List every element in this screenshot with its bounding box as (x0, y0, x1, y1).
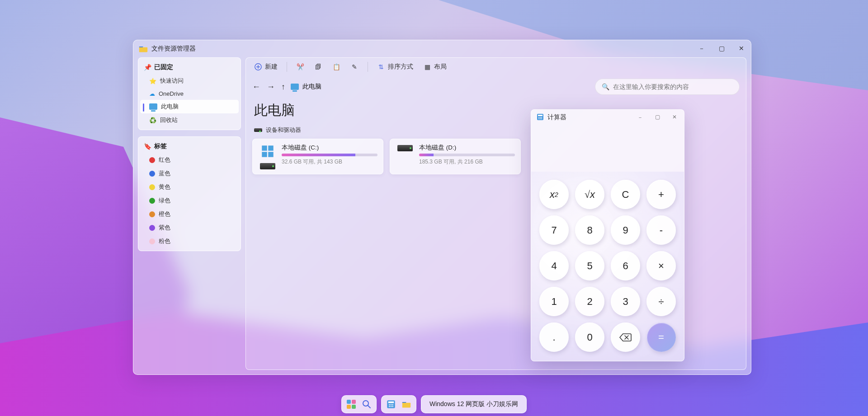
cut-button[interactable]: ✂️ (292, 61, 308, 73)
clipboard-icon: 📋 (332, 63, 340, 71)
calc-key[interactable]: C (611, 180, 640, 209)
calc-key[interactable]: × (646, 251, 676, 280)
drive-name: 本地磁盘 (C:) (282, 144, 377, 152)
svg-rect-16 (352, 405, 356, 409)
tag-label: 橙色 (159, 210, 170, 218)
tag-item[interactable]: 绿色 (140, 194, 239, 207)
calc-titlebar[interactable]: 计算器 － ▢ ✕ (531, 110, 684, 125)
taskbar-search-button[interactable] (360, 397, 373, 411)
sidebar-item-quick-access[interactable]: ⭐ 快速访问 (140, 74, 239, 88)
calc-keypad: x2√xC+789-456×123÷.0= (531, 172, 684, 361)
tag-icon: 🔖 (144, 143, 151, 150)
hdd-icon (260, 163, 275, 169)
calc-key[interactable]: 8 (575, 215, 604, 245)
svg-point-25 (392, 406, 393, 407)
svg-rect-15 (347, 405, 351, 409)
tag-dot-icon (149, 157, 155, 163)
layout-button[interactable]: ▦ 布局 (420, 61, 450, 73)
calc-key[interactable] (611, 323, 640, 352)
calc-key[interactable]: x2 (539, 180, 569, 209)
svg-point-12 (541, 118, 542, 119)
paste-button[interactable]: 📋 (329, 61, 344, 73)
start-button[interactable] (344, 397, 358, 411)
drive-usage-text: 32.6 GB 可用, 共 143 GB (282, 158, 377, 166)
tag-item[interactable]: 紫色 (140, 221, 239, 234)
calc-key[interactable]: = (646, 323, 676, 352)
taskbar-text-group[interactable]: Windows 12 网页版 小刀娱乐网 (421, 395, 527, 413)
calc-key[interactable]: 1 (539, 287, 569, 316)
forward-button[interactable]: → (267, 82, 275, 92)
drive-icon-col (396, 144, 415, 169)
copy-icon: 🗐 (314, 63, 322, 71)
calc-key[interactable]: ÷ (646, 287, 676, 316)
layout-label: 布局 (434, 63, 447, 71)
breadcrumb-label: 此电脑 (302, 83, 321, 91)
calc-key[interactable]: 2 (575, 287, 604, 316)
calc-key[interactable]: 6 (611, 251, 640, 280)
rename-icon: ✎ (350, 63, 359, 71)
calc-key[interactable]: 3 (611, 287, 640, 316)
tags-header: 🔖 标签 (140, 140, 239, 153)
separator (368, 62, 368, 72)
calc-key[interactable]: 7 (539, 215, 569, 245)
tag-item[interactable]: 橙色 (140, 207, 239, 221)
task-calculator[interactable] (384, 397, 398, 411)
tag-item[interactable]: 粉色 (140, 234, 239, 248)
sidebar-item-recycle-bin[interactable]: ♻️ 回收站 (140, 113, 239, 127)
search-box[interactable]: 🔍 (595, 79, 740, 95)
calc-minimize-button[interactable]: － (636, 114, 644, 122)
calc-close-button[interactable]: ✕ (670, 114, 679, 122)
recycle-icon: ♻️ (149, 117, 156, 124)
pinned-label: 已固定 (154, 63, 173, 71)
sidebar-item-label: 此电脑 (161, 103, 179, 111)
drive-name: 本地磁盘 (D:) (419, 144, 515, 152)
calc-key[interactable]: √x (575, 180, 604, 209)
calc-key[interactable]: 9 (611, 215, 640, 245)
sidebar-item-this-pc[interactable]: 此电脑 (140, 100, 239, 113)
tag-dot-icon (149, 238, 155, 244)
tag-item[interactable]: 蓝色 (140, 167, 239, 180)
tag-item[interactable]: 红色 (140, 153, 239, 167)
svg-point-21 (391, 404, 392, 406)
svg-rect-14 (352, 400, 356, 404)
rename-button[interactable]: ✎ (347, 61, 362, 73)
svg-rect-19 (388, 402, 394, 403)
search-input[interactable] (613, 83, 733, 90)
calc-key[interactable]: 4 (539, 251, 569, 280)
drive-card[interactable]: 本地磁盘 (D:) 185.3 GB 可用, 共 216 GB (390, 139, 521, 174)
svg-point-20 (389, 404, 390, 406)
calc-key[interactable]: . (539, 323, 569, 352)
hdd-icon (397, 145, 413, 151)
new-button[interactable]: 新建 (250, 61, 281, 73)
explorer-title: 文件资源管理器 (151, 45, 196, 53)
minimize-button[interactable]: － (698, 45, 706, 53)
tag-label: 绿色 (159, 196, 170, 205)
tag-dot-icon (149, 225, 155, 231)
calc-key[interactable]: + (646, 180, 676, 209)
svg-rect-2 (268, 145, 273, 150)
tag-dot-icon (149, 198, 155, 204)
explorer-titlebar[interactable]: 文件资源管理器 － ▢ ✕ (133, 40, 751, 57)
back-button[interactable]: ← (252, 82, 260, 92)
maximize-button[interactable]: ▢ (717, 45, 726, 53)
drive-card[interactable]: 本地磁盘 (C:) 32.6 GB 可用, 共 143 GB (252, 139, 383, 174)
close-button[interactable]: ✕ (737, 45, 745, 53)
up-button[interactable]: ↑ (281, 82, 285, 92)
task-explorer[interactable] (400, 397, 413, 411)
new-label: 新建 (265, 63, 278, 71)
breadcrumb[interactable]: 此电脑 (291, 83, 590, 91)
calc-key[interactable]: - (646, 215, 676, 245)
tag-dot-icon (149, 184, 155, 190)
svg-point-9 (541, 117, 542, 118)
copy-button[interactable]: 🗐 (311, 61, 326, 73)
sort-button[interactable]: ⇅ 排序方式 (373, 61, 417, 73)
sidebar-item-onedrive[interactable]: ☁ OneDrive (140, 88, 239, 100)
sidebar-item-label: 快速访问 (160, 77, 184, 85)
calc-maximize-button[interactable]: ▢ (653, 114, 661, 122)
drive-info: 本地磁盘 (C:) 32.6 GB 可用, 共 143 GB (282, 144, 377, 169)
calc-key[interactable]: 5 (575, 251, 604, 280)
calc-key[interactable]: 0 (575, 323, 604, 352)
tag-item[interactable]: 黄色 (140, 180, 239, 194)
svg-rect-13 (347, 400, 351, 404)
svg-point-24 (391, 406, 392, 407)
